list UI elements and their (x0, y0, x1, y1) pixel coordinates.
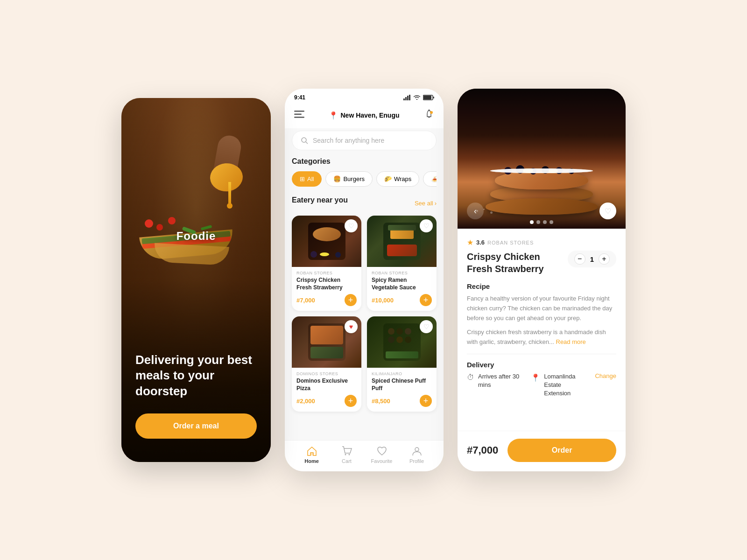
food-grid: ♡ ROBAN STORES Crispsy Chicken Fresh Str… (292, 216, 437, 412)
quantity-display: 1 (590, 255, 594, 263)
order-meal-button[interactable]: Order a meal (135, 413, 257, 439)
delivery-title: Delivery (467, 361, 616, 369)
heart-btn-3[interactable]: ♥ (345, 320, 358, 333)
add-btn-2[interactable]: + (420, 294, 432, 306)
pin-icon: 📍 (329, 111, 338, 120)
heart-btn-4[interactable]: ♡ (420, 320, 433, 333)
image-dots (530, 220, 553, 224)
svg-point-11 (430, 111, 433, 114)
store-name-2: ROBAN STORES (372, 271, 432, 275)
food-card-1[interactable]: ♡ ROBAN STORES Crispsy Chicken Fresh Str… (292, 216, 361, 311)
detail-title-row: Crispsy Chicken Fresh Strawberry − 1 + (467, 251, 616, 275)
food-name-1: Crispsy Chicken Fresh Strawberry (296, 277, 357, 291)
notification-bell[interactable] (424, 109, 434, 121)
quantity-control: − 1 + (568, 251, 616, 267)
food-card-4[interactable]: ♡ KILIMANJARO Spiced Chinese Puff Puff #… (367, 316, 437, 412)
cat-pasta[interactable]: 🍝 Pasta (423, 171, 437, 187)
read-more-btn[interactable]: Read more (556, 338, 586, 345)
qty-minus-button[interactable]: − (574, 253, 585, 265)
cat-all[interactable]: ⊞ All (292, 171, 322, 187)
hamburger-menu[interactable] (294, 111, 304, 120)
cat-burgers[interactable]: 🍔 Burgers (325, 171, 373, 187)
svg-rect-5 (423, 96, 431, 99)
svg-rect-6 (433, 97, 434, 98)
food-img-3: ♥ (292, 316, 361, 368)
food-price-3: #2,000 (296, 398, 315, 405)
dot-2 (536, 220, 540, 224)
nav-favourite[interactable]: Favourite (370, 446, 394, 464)
svg-rect-2 (407, 96, 409, 100)
svg-rect-0 (403, 98, 405, 100)
bell-icon (424, 109, 434, 119)
favourite-icon (377, 446, 387, 456)
heart-icon-4: ♡ (423, 323, 430, 330)
heart-btn-2[interactable]: ♡ (420, 219, 433, 232)
eatery-header: Eatery near you See all › (292, 196, 437, 210)
nav-profile[interactable]: Profile (405, 446, 429, 464)
search-icon (301, 137, 308, 144)
location-delivery-icon: 📍 (531, 373, 540, 382)
order-button[interactable]: Order (507, 439, 616, 462)
wifi-icon (413, 95, 421, 100)
store-rating-row: ★ 3.6 ROBAN STORES (467, 238, 616, 247)
categories-list: ⊞ All 🍔 Burgers 🌮 Wraps 🍝 Pasta (292, 171, 437, 187)
svg-rect-3 (409, 95, 410, 100)
food-price-2: #10,000 (372, 297, 394, 304)
store-name-4: KILIMANJARO (372, 371, 432, 376)
svg-point-12 (302, 138, 306, 142)
delivery-location: Lomanlinda Estate Extension (544, 372, 585, 398)
time: 9:41 (294, 94, 305, 101)
svg-point-17 (415, 448, 419, 451)
splash-tagline: Delivering your best meals to your doors… (135, 352, 257, 399)
nav-home-label: Home (304, 458, 319, 464)
nav-favourite-label: Favourite (371, 458, 393, 464)
heart-btn-1[interactable]: ♡ (345, 219, 358, 232)
search-bar[interactable]: Search for anything here (292, 131, 437, 150)
cat-wraps[interactable]: 🌮 Wraps (376, 171, 419, 187)
add-btn-3[interactable]: + (345, 395, 357, 407)
home-scroll[interactable]: Categories ⊞ All 🍔 Burgers 🌮 Wraps 🍝 Pas… (285, 155, 444, 440)
home-screen: 9:41 (285, 89, 444, 471)
location-text: New Haven, Enugu (340, 112, 399, 119)
add-btn-1[interactable]: + (345, 294, 357, 306)
svg-rect-14 (310, 453, 313, 455)
heart-icon-1: ♡ (348, 222, 354, 230)
food-name-3: Dominos Exclusive Pizza (296, 378, 357, 392)
recipe-text-2: Crispy chicken fresh strawberry is a han… (467, 328, 616, 347)
svg-rect-9 (294, 117, 304, 118)
svg-point-16 (348, 454, 350, 455)
detail-heart-icon: ♡ (605, 207, 611, 216)
cat-wraps-label: Wraps (394, 175, 411, 182)
store-name-3: DOMINOS STORES (296, 371, 357, 376)
nav-cart[interactable]: Cart (335, 446, 359, 464)
status-icons (403, 95, 434, 100)
food-name-2: Spicy Ramen Vegetable Sauce (372, 277, 432, 291)
food-card-2[interactable]: ♡ ROBAN STORES Spicy Ramen Vegetable Sau… (367, 216, 437, 311)
detail-heart-button[interactable]: ♡ (599, 203, 616, 219)
total-price: #7,000 (467, 444, 498, 456)
cat-wraps-icon: 🌮 (384, 175, 392, 182)
heart-icon-2: ♡ (423, 222, 430, 230)
see-all-btn[interactable]: See all › (415, 200, 437, 207)
hamburger-icon (294, 111, 304, 118)
svg-rect-7 (294, 111, 304, 112)
cart-icon (342, 446, 352, 456)
store-name-1: ROBAN STORES (296, 271, 357, 275)
delivery-location-item: 📍 Lomanlinda Estate Extension (531, 372, 585, 398)
nav-profile-label: Profile (409, 458, 424, 464)
food-name-4: Spiced Chinese Puff Puff (372, 378, 432, 392)
detail-screen: 9:41 (458, 89, 626, 471)
qty-plus-button[interactable]: + (599, 253, 610, 265)
detail-img-section: 9:41 (458, 89, 626, 229)
home-icon (307, 446, 317, 456)
add-btn-4[interactable]: + (420, 395, 432, 407)
food-img-4: ♡ (367, 316, 437, 368)
change-location-btn[interactable]: Change (595, 372, 616, 379)
svg-point-15 (345, 454, 346, 455)
food-card-3[interactable]: ♥ DOMINOS STORES Dominos Exclusive Pizza… (292, 316, 361, 412)
delivery-time-item: ⏱ Arrives after 30 mins (467, 372, 521, 389)
food-price-1: #7,000 (296, 297, 315, 304)
cat-pasta-icon: 🍝 (431, 175, 437, 182)
nav-home[interactable]: Home (300, 446, 324, 464)
back-button[interactable]: ‹ (467, 203, 484, 219)
